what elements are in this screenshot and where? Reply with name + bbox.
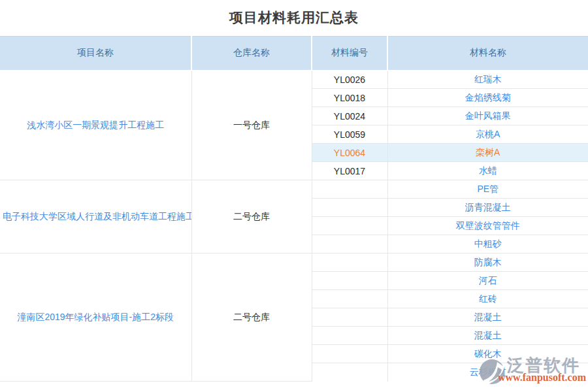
material-code (312, 327, 387, 345)
material-name-link[interactable]: 碳化木 (474, 348, 502, 359)
material-code (312, 308, 387, 327)
material-code (312, 272, 387, 290)
material-summary-table: 项目名称 仓库名称 材料编号 材料名称 浅水湾小区一期景观提升工程施工 一号仓库… (0, 36, 588, 382)
material-name-cell: 河石 (387, 272, 588, 290)
material-name-link[interactable]: 双壁波纹管管件 (456, 220, 520, 231)
material-code: YL0026 (312, 71, 387, 89)
material-code: YL0018 (312, 89, 387, 107)
material-name-link[interactable]: 沥青混凝土 (465, 202, 511, 212)
material-name-cell: 京桃A (387, 125, 588, 144)
material-name-link[interactable]: 云杉板材 (470, 367, 506, 377)
material-name-cell: 栾树A (387, 144, 588, 162)
material-name-cell: 水蜡 (387, 162, 588, 180)
material-code (312, 199, 387, 217)
material-code: YL0024 (312, 107, 387, 125)
material-code (312, 217, 387, 235)
material-row[interactable]: 潼南区2019年绿化补贴项目-施工2标段 二号仓库 防腐木 (0, 253, 588, 272)
material-row[interactable]: 电子科技大学区域人行道及非机动车道工程施工 二号仓库 PE管 (0, 180, 588, 199)
material-name-cell: 金焰绣线菊 (387, 89, 588, 107)
project-link[interactable]: 浅水湾小区一期景观提升工程施工 (27, 120, 164, 130)
project-cell: 潼南区2019年绿化补贴项目-施工2标段 (0, 253, 191, 382)
header-project-name: 项目名称 (0, 37, 191, 71)
header-material-name: 材料名称 (387, 37, 588, 71)
material-code: YL0064 (312, 144, 387, 162)
material-name-link[interactable]: 混凝土 (474, 312, 502, 322)
material-name-link[interactable]: 中粗砂 (474, 238, 502, 249)
material-name-link[interactable]: 栾树A (476, 147, 500, 157)
material-name-cell: 混凝土 (387, 308, 588, 327)
material-name-link[interactable]: 水蜡 (479, 165, 497, 176)
warehouse-cell: 二号仓库 (191, 253, 312, 382)
material-code: YL0059 (312, 125, 387, 144)
material-name-cell: 中粗砂 (387, 235, 588, 253)
material-code (312, 180, 387, 199)
material-name-link[interactable]: 京桃A (476, 129, 500, 139)
material-name-link[interactable]: 河石 (479, 275, 497, 286)
warehouse-cell: 二号仓库 (191, 180, 312, 253)
material-row[interactable]: 浅水湾小区一期景观提升工程施工 一号仓库 YL0026 红瑞木 (0, 71, 588, 89)
material-name-cell: PE管 (387, 180, 588, 199)
material-name-link[interactable]: 金叶风箱果 (465, 110, 511, 121)
table-header-row: 项目名称 仓库名称 材料编号 材料名称 (0, 37, 588, 71)
material-code (312, 290, 387, 308)
material-code (312, 253, 387, 272)
material-name-cell: 沥青混凝土 (387, 199, 588, 217)
material-name-link[interactable]: 混凝土 (474, 330, 502, 340)
material-name-cell: 红砖 (387, 290, 588, 308)
material-name-cell: 云杉板材 (387, 363, 588, 382)
project-link[interactable]: 电子科技大学区域人行道及非机动车道工程施工 (3, 211, 191, 221)
material-code (312, 345, 387, 363)
material-name-link[interactable]: 红砖 (479, 293, 497, 304)
material-name-link[interactable]: PE管 (477, 184, 498, 194)
project-cell: 电子科技大学区域人行道及非机动车道工程施工 (0, 180, 191, 253)
page-title: 项目材料耗用汇总表 (0, 0, 588, 36)
material-code (312, 363, 387, 382)
material-code (312, 235, 387, 253)
project-link[interactable]: 潼南区2019年绿化补贴项目-施工2标段 (17, 312, 174, 322)
header-warehouse-name: 仓库名称 (191, 37, 312, 71)
material-name-cell: 混凝土 (387, 327, 588, 345)
material-name-link[interactable]: 红瑞木 (474, 74, 502, 84)
project-cell: 浅水湾小区一期景观提升工程施工 (0, 71, 191, 180)
material-name-cell: 双壁波纹管管件 (387, 217, 588, 235)
warehouse-cell: 一号仓库 (191, 71, 312, 180)
material-name-link[interactable]: 防腐木 (474, 257, 502, 267)
material-name-cell: 碳化木 (387, 345, 588, 363)
material-name-cell: 红瑞木 (387, 71, 588, 89)
header-material-code: 材料编号 (312, 37, 387, 71)
material-name-link[interactable]: 金焰绣线菊 (465, 92, 511, 103)
material-code: YL0017 (312, 162, 387, 180)
material-name-cell: 防腐木 (387, 253, 588, 272)
material-name-cell: 金叶风箱果 (387, 107, 588, 125)
